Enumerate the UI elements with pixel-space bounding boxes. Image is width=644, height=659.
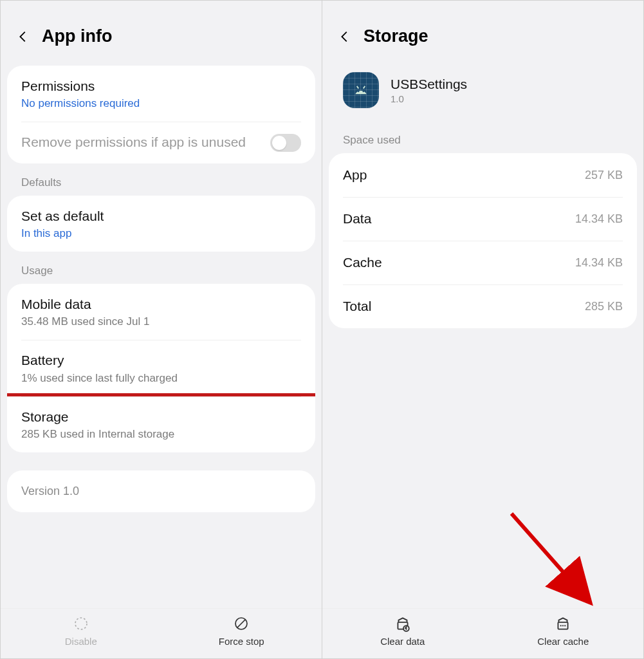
button-label: Clear data [380, 636, 425, 647]
version-text: Version 1.0 [7, 470, 315, 512]
svg-point-0 [75, 618, 87, 629]
header: App info [1, 1, 322, 66]
app-name: USBSettings [391, 77, 467, 92]
app-text: USBSettings 1.0 [391, 77, 467, 104]
button-label: Disable [65, 636, 97, 647]
clear-cache-icon [555, 615, 571, 632]
section-usage: Usage [7, 252, 315, 284]
card-permissions-group: Permissions No permissions required Remo… [7, 66, 315, 163]
kv-val: 14.34 KB [575, 212, 623, 226]
kv-key: Data [343, 211, 371, 227]
kv-key: Cache [343, 255, 382, 270]
content-scroll[interactable]: USBSettings 1.0 Space used App 257 KB Da… [322, 66, 643, 608]
section-defaults: Defaults [7, 163, 315, 196]
row-storage[interactable]: Storage 285 KB used in Internal storage [7, 393, 315, 452]
force-stop-button[interactable]: Force stop [161, 615, 322, 647]
section-space-used: Space used [329, 121, 637, 153]
app-icon [343, 72, 379, 108]
row-cache-size: Cache 14.34 KB [329, 241, 637, 284]
row-label: Storage [21, 408, 301, 426]
app-version: 1.0 [391, 93, 467, 104]
chevron-left-icon [16, 30, 30, 44]
chevron-left-icon [338, 30, 352, 44]
row-sub: No permissions required [21, 97, 301, 110]
kv-key: App [343, 167, 367, 183]
button-label: Clear cache [537, 636, 589, 647]
button-label: Force stop [219, 636, 264, 647]
row-battery[interactable]: Battery 1% used since last fully charged [7, 340, 315, 396]
kv-key: Total [343, 299, 371, 314]
row-permissions[interactable]: Permissions No permissions required [7, 66, 315, 122]
card-defaults: Set as default In this app [7, 196, 315, 252]
page-title: Storage [363, 26, 428, 46]
row-sub: 285 KB used in Internal storage [21, 428, 301, 441]
kv-val: 257 KB [585, 169, 623, 182]
svg-point-3 [358, 91, 360, 93]
kv-val: 14.34 KB [575, 256, 623, 270]
row-label: Set as default [21, 207, 301, 225]
prohibit-icon [233, 615, 250, 632]
app-row: USBSettings 1.0 [329, 66, 637, 121]
card-usage: Mobile data 35.48 MB used since Jul 1 Ba… [7, 284, 315, 452]
content-scroll[interactable]: Permissions No permissions required Remo… [1, 66, 322, 608]
pane-app-info: App info Permissions No permissions requ… [0, 0, 322, 659]
toggle-remove-permissions[interactable] [270, 134, 301, 152]
row-mobile-data[interactable]: Mobile data 35.48 MB used since Jul 1 [7, 284, 315, 340]
svg-point-4 [363, 91, 365, 93]
svg-line-2 [237, 620, 245, 627]
disable-button[interactable]: Disable [1, 615, 161, 647]
clear-data-button[interactable]: Clear data [322, 615, 483, 647]
pane-storage: Storage USBSettings 1.0 Space used App [322, 0, 644, 659]
back-button[interactable] [15, 28, 32, 45]
header: Storage [322, 1, 643, 66]
svg-line-5 [357, 86, 359, 89]
row-sub: 1% used since last fully charged [21, 372, 301, 385]
kv-val: 285 KB [585, 300, 623, 313]
row-total-size: Total 285 KB [329, 284, 637, 328]
row-sub: 35.48 MB used since Jul 1 [21, 315, 301, 328]
bottom-bar: Clear data Clear cache [322, 608, 643, 658]
row-label: Permissions [21, 77, 301, 95]
clear-cache-button[interactable]: Clear cache [483, 615, 644, 647]
row-label: Battery [21, 351, 301, 369]
row-label: Mobile data [21, 295, 301, 313]
row-data-size: Data 14.34 KB [329, 197, 637, 241]
svg-line-6 [363, 86, 365, 89]
row-label: Remove permissions if app is unused [21, 133, 246, 151]
back-button[interactable] [336, 28, 353, 45]
android-icon [351, 80, 371, 100]
bottom-bar: Disable Force stop [1, 608, 322, 658]
card-space-used: App 257 KB Data 14.34 KB Cache 14.34 KB … [329, 153, 637, 328]
dashed-circle-icon [73, 615, 89, 632]
row-app-size: App 257 KB [329, 153, 637, 197]
row-sub: In this app [21, 227, 301, 240]
clear-data-icon [394, 615, 411, 632]
row-remove-permissions[interactable]: Remove permissions if app is unused [7, 122, 315, 163]
page-title: App info [42, 26, 112, 46]
row-set-default[interactable]: Set as default In this app [7, 196, 315, 252]
